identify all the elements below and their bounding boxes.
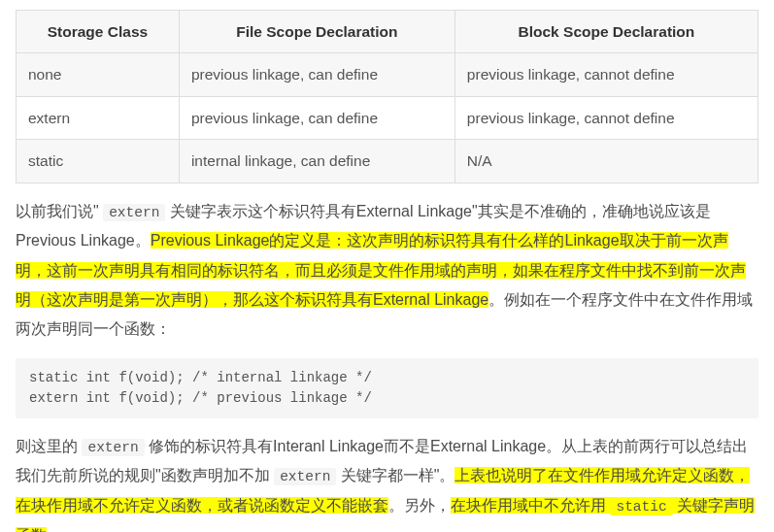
table-row: extern previous linkage, can define prev… [17, 96, 758, 139]
linkage-table: Storage Class File Scope Declaration Blo… [16, 10, 758, 183]
code-extern: extern [274, 468, 336, 485]
cell: previous linkage, cannot define [454, 53, 757, 96]
text: 以前我们说" [16, 203, 103, 219]
cell: none [17, 53, 180, 96]
th-block-scope: Block Scope Declaration [454, 11, 757, 53]
code-extern: extern [103, 204, 165, 221]
cell: internal linkage, can define [179, 140, 454, 183]
text: 则这里的 [16, 438, 82, 454]
text: 在块作用域中不允许用 [451, 497, 610, 514]
cell: extern [17, 96, 180, 139]
cell: previous linkage, can define [179, 96, 454, 139]
cell: previous linkage, cannot define [454, 96, 757, 139]
code-static: static [610, 498, 672, 515]
paragraph-1: 以前我们说" extern 关键字表示这个标识符具有External Linka… [16, 197, 758, 345]
text: 。另外， [388, 497, 451, 514]
th-file-scope: File Scope Declaration [179, 11, 454, 53]
text: 关键字都一样"。 [336, 467, 454, 483]
table-row: static internal linkage, can define N/A [17, 140, 758, 183]
table-row: none previous linkage, can define previo… [17, 53, 758, 96]
th-storage-class: Storage Class [17, 11, 180, 53]
code-extern: extern [82, 439, 144, 456]
code-block-linkage-example: static int f(void); /* internal linkage … [16, 358, 758, 418]
cell: N/A [454, 140, 757, 183]
cell: previous linkage, can define [179, 53, 454, 96]
text: 。 [47, 527, 62, 533]
table-header-row: Storage Class File Scope Declaration Blo… [17, 11, 758, 53]
paragraph-2: 则这里的 extern 修饰的标识符具有Interanl Linkage而不是E… [16, 432, 758, 532]
cell: static [17, 140, 180, 183]
